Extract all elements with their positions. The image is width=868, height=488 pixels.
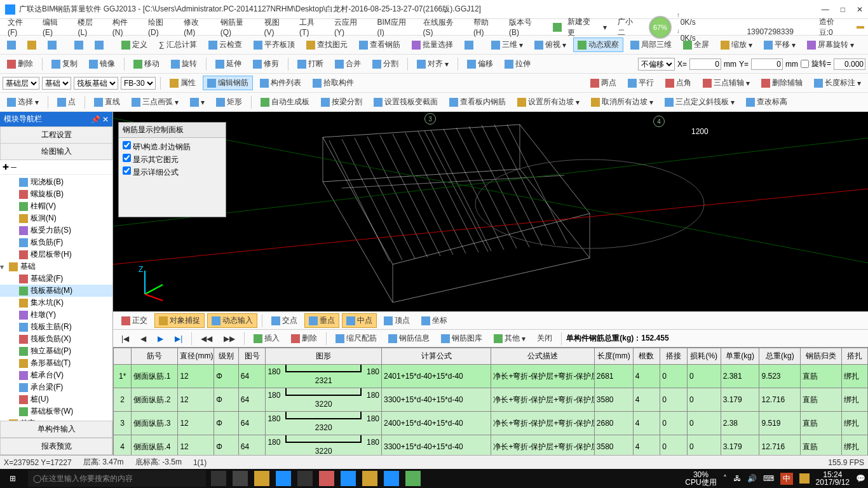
menu-rebar[interactable]: 钢筋量(Q) [217,16,258,38]
menu-view[interactable]: 视图(V) [261,16,294,38]
col-header[interactable]: 图形 [266,348,382,365]
app-icon-6[interactable] [384,471,399,486]
mid-toggle[interactable]: 中点 [342,313,377,328]
performance-gauge[interactable]: 67% [649,16,672,39]
clock[interactable]: 15:242017/9/12 [816,471,850,486]
coord-toggle[interactable]: 坐标 [417,313,452,328]
tray-up-icon[interactable]: ˄ [723,474,727,483]
tree-item[interactable]: 螺旋板(B) [0,188,112,200]
viewelev-button[interactable]: 查改标高 [742,95,792,109]
menu-online[interactable]: 在线服务(S) [419,16,467,38]
editrebar-button[interactable]: 编辑钢筋 [203,76,253,90]
menu-floor[interactable]: 楼层(L) [74,16,105,38]
credit-label[interactable]: 造价豆:0 [815,15,851,39]
tree-item[interactable]: 桩承台(V) [0,369,112,381]
panel-opt-3[interactable]: 显示详细公式 [123,166,222,179]
autoslab-button[interactable]: 自动生成板 [256,95,314,109]
undo-button[interactable] [70,39,88,51]
sidebar-tab-single[interactable]: 单构件输入 [0,421,112,438]
rotate-checkbox[interactable] [801,60,809,68]
menu-file[interactable]: 文件(F) [4,16,36,38]
merge-button[interactable]: 合并 [330,57,365,71]
apex-toggle[interactable]: 顶点 [379,313,414,328]
store-icon[interactable] [297,471,313,486]
sidebar-tab-report[interactable]: 报表预览 [0,438,112,455]
bird-button[interactable]: 俯视 ▾ [530,37,571,52]
app-icon-7[interactable] [405,471,421,486]
col-header[interactable]: 长度(mm) [594,348,633,365]
rotate-button[interactable]: 旋转 [166,57,201,71]
notifications-icon[interactable]: 💬 [856,474,865,483]
x-input[interactable] [689,58,721,70]
rebar-table-area[interactable]: 筋号直径(mm)级别图号图形计算公式公式描述长度(mm)根数搭接损耗(%)单重(… [113,347,868,455]
col-header[interactable] [114,348,132,365]
table-row[interactable]: 1*侧面纵筋.112Φ6418018023212401+15*d-40+15*d… [114,365,868,388]
copy-button[interactable]: 复制 [47,57,82,71]
rect-button[interactable]: 矩形 [212,95,247,109]
attr-button[interactable]: 属性 [165,76,200,90]
offset-mode-select[interactable]: 不偏移 [638,58,675,71]
select-button[interactable]: 选择 ▾ [3,95,43,109]
tree-item[interactable]: 独立基础(P) [0,345,112,357]
point-button[interactable]: 点 [53,95,80,109]
windows-taskbar[interactable]: ⊞ ◯ 在这里输入你要搜索的内容 30%CPU使用 ˄ 🖧 🔊 ⌨ 中 15:2… [0,469,868,488]
tree-item[interactable]: 板洞(N) [0,212,112,224]
menu-component[interactable]: 构件(N) [109,16,142,38]
setslope-button[interactable]: 设置所有边坡 ▾ [513,95,584,109]
pick-button[interactable]: 拾取构件 [308,76,358,90]
phone-number[interactable]: 13907298339 [739,17,810,37]
delete-row[interactable]: 删除 [287,331,322,346]
tree-item[interactable]: 筏板主筋(R) [0,321,112,333]
tray-volume-icon[interactable]: 🔊 [747,474,757,483]
insert-row[interactable]: 插入 [249,331,284,346]
scale-rebar[interactable]: 缩尺配筋 [331,331,381,346]
drag-button[interactable]: 拉伸 [500,57,535,71]
pan-button[interactable]: 平移 ▾ [759,37,800,52]
dynview-button[interactable]: 动态观察 [573,37,623,52]
col-header[interactable]: 计算公式 [382,348,491,365]
table-row[interactable]: 4侧面纵筋.412Φ6418018032203300+15*d-40+15*d-… [114,435,868,456]
arctool-button[interactable]: ▾ [186,96,209,109]
prev-page[interactable]: ◀◀ [196,332,217,345]
dyninput-toggle[interactable]: 动态输入 [207,313,257,328]
beamsplit-button[interactable]: 按梁分割 [316,95,367,109]
menu-draw[interactable]: 绘图(D) [144,16,177,38]
offset-button[interactable]: 偏移 [463,57,498,71]
local3d-button[interactable]: 局部三维 [626,37,676,52]
tree-item[interactable]: 楼层板带(H) [0,248,112,261]
ptangle-button[interactable]: 点角 [661,76,696,90]
tree-item[interactable]: 条形基础(T) [0,357,112,369]
sidebar-pin-icon[interactable]: 📌 ✕ [91,115,109,124]
perp-toggle[interactable]: 垂点 [304,313,339,328]
last-record[interactable]: ▶| [170,332,187,345]
fullscreen-button[interactable]: 全屏 [679,37,714,52]
redo-button[interactable] [90,39,108,51]
rebar-table[interactable]: 筋号直径(mm)级别图号图形计算公式公式描述长度(mm)根数搭接损耗(%)单重(… [113,348,868,455]
app-icon-4[interactable] [341,471,356,486]
sumcalc-button[interactable]: ∑ 汇总计算 [154,37,201,52]
tree-item[interactable]: 基础板带(W) [0,405,112,417]
tray-network-icon[interactable]: 🖧 [733,474,741,483]
tree-item[interactable]: 板受力筋(S) [0,224,112,236]
close-table[interactable]: 关闭 [532,331,557,346]
panel-opt-2[interactable]: 显示其它图元 [123,153,222,166]
menu-modify[interactable]: 修改(M) [180,16,214,38]
table-row[interactable]: 2侧面纵筋.212Φ6418018032203300+15*d-40+15*d-… [114,388,868,412]
col-header[interactable]: 直径(mm) [178,348,214,365]
sidebar-tab-draw[interactable]: 绘图输入 [0,143,112,160]
cad-viewport[interactable]: 钢筋显示控制面板 研\构造.封边钢筋 显示其它图元 显示详细公式 [113,112,868,311]
inter-toggle[interactable]: 交点 [267,313,302,328]
ortho-toggle[interactable]: 正交 [117,313,152,328]
tree-item[interactable]: 承台梁(F) [0,381,112,393]
app-icon-3[interactable] [319,471,334,486]
move-button[interactable]: 移动 [129,57,164,71]
app-icon-5[interactable] [362,471,377,486]
cancelslope-button[interactable]: 取消所有边坡 ▾ [587,95,658,109]
rotate-input[interactable] [834,58,865,70]
col-header[interactable]: 根数 [633,348,660,365]
tree-item[interactable]: 板负筋(F) [0,236,112,248]
menu-tools[interactable]: 工具(T) [295,16,328,38]
tree-item[interactable]: 筏板负筋(X) [0,333,112,345]
delete-button[interactable]: 删除 [3,57,37,71]
app-icon-2[interactable] [254,471,269,486]
